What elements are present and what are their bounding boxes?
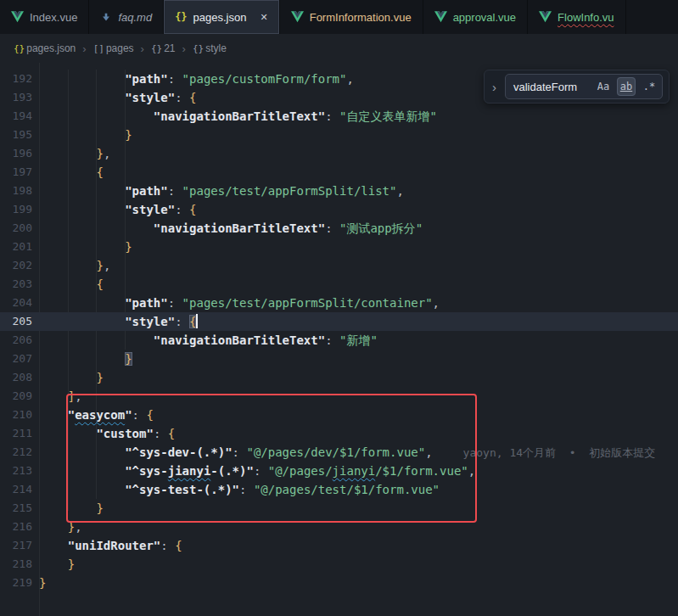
line-number[interactable]: 199 — [0, 200, 32, 219]
code-line-219[interactable]: 219} — [0, 574, 678, 592]
code-text[interactable]: "uniIdRouter": { — [39, 536, 678, 555]
tab-pages-json[interactable]: {} pages.json ✕ — [164, 0, 280, 34]
line-number[interactable]: 207 — [0, 350, 32, 368]
line-number[interactable]: 193 — [0, 88, 32, 107]
code-line-197[interactable]: 197 { — [0, 163, 678, 182]
code-text[interactable]: "path": "pages/test/appFormSplit/contain… — [39, 294, 678, 312]
code-text[interactable]: } — [39, 368, 678, 387]
whole-word-icon[interactable]: ab — [617, 77, 636, 96]
regex-icon[interactable]: .* — [640, 77, 658, 96]
line-number[interactable]: 213 — [0, 462, 32, 480]
code-line-200[interactable]: 200 "navigationBarTitleText": "测试app拆分" — [0, 219, 678, 238]
code-text[interactable]: } — [39, 499, 678, 518]
code-line-218[interactable]: 218 } — [0, 555, 678, 574]
code-text[interactable]: "path": "pages/test/appFormSplit/list", — [39, 182, 678, 200]
code-line-217[interactable]: 217 "uniIdRouter": { — [0, 536, 678, 555]
code-text[interactable]: "^sys-test-(.*)": "@/pages/test/$1/form.… — [39, 480, 678, 499]
tab-flowinfo-vue[interactable]: FlowInfo.vu — [528, 0, 625, 34]
code-text[interactable]: }, — [39, 144, 678, 163]
tab-forminformation-vue[interactable]: FormInformation.vue — [280, 0, 423, 34]
line-number[interactable]: 219 — [0, 574, 32, 592]
close-icon[interactable]: ✕ — [260, 12, 267, 23]
code-line-198[interactable]: 198 "path": "pages/test/appFormSplit/lis… — [0, 182, 678, 200]
code-line-209[interactable]: 209 ], — [0, 387, 678, 406]
code-text[interactable]: "navigationBarTitleText": "自定义表单新增" — [39, 107, 678, 126]
code-line-205[interactable]: 205 "style": { — [0, 312, 678, 331]
code-text[interactable]: "^sys-jianyi-(.*)": "@/pages/jianyi/$1/f… — [39, 462, 678, 480]
code-text[interactable]: "easycom": { — [39, 406, 678, 424]
code-line-210[interactable]: 210 "easycom": { — [0, 406, 678, 424]
code-text[interactable]: } — [39, 574, 678, 592]
code-text[interactable]: "navigationBarTitleText": "新增" — [39, 331, 678, 350]
find-input[interactable]: validateForm Aa ab .* — [505, 74, 663, 99]
line-number[interactable]: 196 — [0, 144, 32, 163]
line-number[interactable]: 198 — [0, 182, 32, 200]
line-number[interactable]: 192 — [0, 70, 32, 88]
line-number[interactable]: 200 — [0, 219, 32, 238]
code-line-195[interactable]: 195 } — [0, 126, 678, 144]
code-text[interactable]: { — [39, 275, 678, 294]
code-text[interactable]: }, — [39, 256, 678, 275]
code-text[interactable]: } — [39, 126, 678, 144]
find-query-text[interactable]: validateForm — [513, 81, 590, 93]
line-number[interactable]: 206 — [0, 331, 32, 350]
line-number[interactable]: 210 — [0, 406, 32, 424]
code-line-204[interactable]: 204 "path": "pages/test/appFormSplit/con… — [0, 294, 678, 312]
code-line-201[interactable]: 201 } — [0, 238, 678, 256]
line-number[interactable]: 204 — [0, 294, 32, 312]
line-number[interactable]: 215 — [0, 499, 32, 518]
code-text[interactable]: } — [39, 350, 678, 368]
tab-index-vue[interactable]: Index.vue — [0, 0, 89, 34]
line-number[interactable]: 194 — [0, 107, 32, 126]
tab-approval-vue[interactable]: approval.vue — [423, 0, 528, 34]
breadcrumb-label: 21 — [164, 42, 175, 54]
line-number[interactable]: 211 — [0, 424, 32, 443]
breadcrumb: {} pages.json › [] pages › {} 21 › {} st… — [0, 34, 678, 63]
code-line-203[interactable]: 203 { — [0, 275, 678, 294]
code-text[interactable]: } — [39, 555, 678, 574]
line-number[interactable]: 197 — [0, 163, 32, 182]
code-text[interactable]: "style": { — [39, 312, 678, 331]
code-text[interactable]: }, — [39, 518, 678, 536]
code-line-214[interactable]: 214 "^sys-test-(.*)": "@/pages/test/$1/f… — [0, 480, 678, 499]
line-number[interactable]: 212 — [0, 443, 32, 462]
code-editor[interactable]: 192 "path": "pages/customForm/form",193 … — [0, 63, 678, 616]
match-case-icon[interactable]: Aa — [594, 77, 613, 96]
code-line-202[interactable]: 202 }, — [0, 256, 678, 275]
code-line-196[interactable]: 196 }, — [0, 144, 678, 163]
line-number[interactable]: 203 — [0, 275, 32, 294]
line-number[interactable]: 195 — [0, 126, 32, 144]
find-expand-chevron-icon[interactable]: › — [490, 81, 498, 93]
tab-faq-md[interactable]: faq.md — [89, 0, 164, 34]
line-number[interactable]: 218 — [0, 555, 32, 574]
breadcrumb-item-file[interactable]: {} pages.json — [14, 42, 76, 54]
code-text[interactable]: "navigationBarTitleText": "测试app拆分" — [39, 219, 678, 238]
code-line-212[interactable]: 212 "^sys-dev-(.*)": "@/pages/dev/$1/for… — [0, 443, 678, 462]
code-text[interactable]: ], — [39, 387, 678, 406]
code-line-213[interactable]: 213 "^sys-jianyi-(.*)": "@/pages/jianyi/… — [0, 462, 678, 480]
code-text[interactable]: } — [39, 238, 678, 256]
breadcrumb-item-21[interactable]: {} 21 — [151, 42, 176, 54]
code-line-211[interactable]: 211 "custom": { — [0, 424, 678, 443]
code-line-207[interactable]: 207 } — [0, 350, 678, 368]
code-text[interactable]: "style": { — [39, 200, 678, 219]
code-line-199[interactable]: 199 "style": { — [0, 200, 678, 219]
code-line-215[interactable]: 215 } — [0, 499, 678, 518]
line-number[interactable]: 201 — [0, 238, 32, 256]
line-number[interactable]: 217 — [0, 536, 32, 555]
code-text[interactable]: { — [39, 163, 678, 182]
code-text[interactable]: "^sys-dev-(.*)": "@/pages/dev/$1/form.vu… — [39, 443, 678, 462]
line-number[interactable]: 209 — [0, 387, 32, 406]
code-line-208[interactable]: 208 } — [0, 368, 678, 387]
breadcrumb-item-pages[interactable]: [] pages — [93, 42, 134, 54]
line-number[interactable]: 214 — [0, 480, 32, 499]
line-number[interactable]: 202 — [0, 256, 32, 275]
code-line-206[interactable]: 206 "navigationBarTitleText": "新增" — [0, 331, 678, 350]
code-line-216[interactable]: 216 }, — [0, 518, 678, 536]
code-text[interactable]: "custom": { — [39, 424, 678, 443]
line-number[interactable]: 216 — [0, 518, 32, 536]
line-number[interactable]: 205 — [0, 312, 32, 331]
breadcrumb-item-style[interactable]: {} style — [193, 42, 227, 54]
code-line-194[interactable]: 194 "navigationBarTitleText": "自定义表单新增" — [0, 107, 678, 126]
line-number[interactable]: 208 — [0, 368, 32, 387]
